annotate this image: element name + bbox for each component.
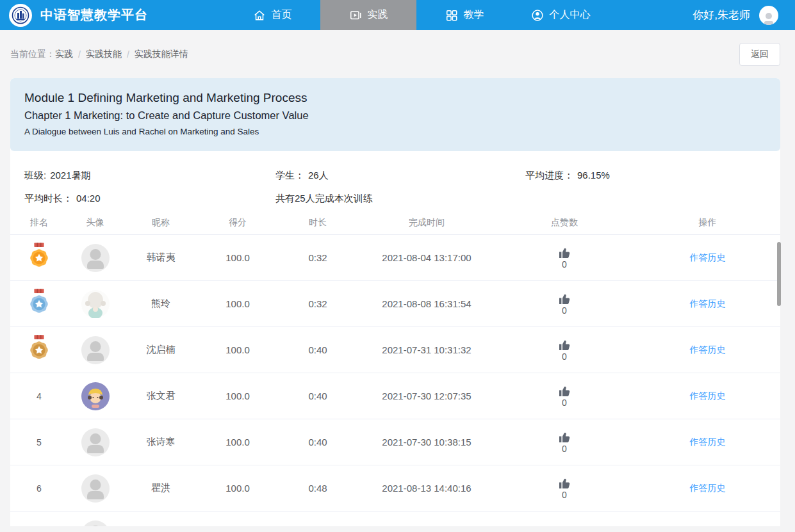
table-row-partial (10, 511, 780, 526)
score: 100.0 (199, 391, 276, 401)
score: 100.0 (199, 298, 276, 309)
stat-duration-label: 平均时长： (24, 193, 72, 204)
thumbs-up-icon[interactable] (558, 292, 571, 305)
nav-item-label: 个人中心 (550, 8, 591, 22)
answer-history-link[interactable]: 作答历史 (690, 483, 726, 494)
brand: 中语智慧教学平台 (0, 4, 224, 27)
like-cell: 0 (494, 476, 635, 500)
score: 100.0 (199, 344, 276, 355)
finish-time: 2021-07-30 10:38:15 (359, 437, 494, 447)
avatar (81, 244, 110, 272)
duration: 0:32 (276, 252, 359, 263)
chapter-title: Chapter 1 Marketing: to Create and Captu… (24, 107, 766, 124)
user-greeting: 你好,朱老师 (693, 8, 750, 22)
stat-progress-value: 96.15% (577, 170, 610, 181)
breadcrumb-item-practice[interactable]: 实践 (55, 49, 73, 60)
like-count: 0 (562, 259, 567, 270)
stat-students-label: 学生： (275, 170, 304, 181)
stat-duration: 平均时长：04:20 (24, 191, 275, 206)
back-button[interactable]: 返回 (739, 43, 780, 66)
nav-item-home[interactable]: 首页 (224, 0, 320, 30)
vertical-scrollbar[interactable] (777, 242, 781, 306)
user-avatar[interactable] (759, 6, 778, 25)
col-header-actions: 操作 (635, 217, 780, 229)
avatar (81, 290, 110, 318)
col-header-duration: 时长 (276, 217, 359, 229)
finish-time: 2021-07-31 10:31:32 (359, 344, 494, 355)
class-stats: 班级:2021暑期 学生：26人 平均进度：96.15% 平均时长：04:20 … (10, 151, 780, 206)
like-cell: 0 (494, 292, 635, 316)
university-seal-icon (12, 6, 29, 24)
stat-students: 学生：26人 (275, 168, 525, 183)
breadcrumb-item-skill[interactable]: 实践技能 (86, 49, 122, 60)
thumbs-up-icon[interactable] (558, 384, 571, 397)
avatar (81, 382, 110, 410)
col-header-avatar: 头像 (68, 217, 122, 229)
top-nav-bar: 中语智慧教学平台 首页 实践 教学 (0, 0, 795, 30)
like-cell: 0 (494, 246, 635, 270)
avatar (81, 336, 110, 364)
avatar (81, 520, 110, 527)
answer-history-link[interactable]: 作答历史 (690, 298, 726, 310)
nav-item-teaching[interactable]: 教学 (416, 0, 512, 30)
module-title: Module 1 Defining Marketing and Marketin… (24, 88, 766, 107)
col-header-nickname: 昵称 (122, 217, 199, 229)
university-logo (9, 4, 32, 27)
main-nav-menu: 首页 实践 教学 个人中心 (224, 0, 609, 30)
stat-class-value: 2021暑期 (50, 170, 90, 181)
col-header-rank: 排名 (10, 217, 68, 229)
duration: 0:40 (276, 391, 359, 401)
nav-item-practice[interactable]: 实践 (320, 0, 416, 30)
table-row: 4 张文君 100.0 0:40 2021-07-30 12:07:35 0 作… (10, 373, 780, 419)
answer-history-link[interactable]: 作答历史 (690, 437, 726, 448)
thumbs-up-icon[interactable] (558, 246, 571, 259)
teaching-grid-icon (445, 9, 458, 22)
duration: 0:32 (276, 298, 359, 309)
like-count: 0 (562, 351, 567, 362)
thumbs-up-icon[interactable] (558, 338, 571, 351)
duration: 0:48 (276, 483, 359, 494)
nickname: 张诗寒 (122, 436, 199, 448)
like-cell: 0 (494, 384, 635, 408)
course-header: Module 1 Defining Marketing and Marketin… (10, 78, 780, 151)
rank-cell (10, 289, 68, 319)
col-header-finish-time: 完成时间 (359, 217, 494, 229)
rank-cell: 5 (10, 437, 68, 447)
nickname: 瞿洪 (122, 482, 199, 494)
rank-cell (10, 243, 68, 273)
finish-time: 2021-08-08 16:31:54 (359, 298, 494, 309)
avatar (81, 428, 110, 456)
rank-cell (10, 335, 68, 366)
stat-completed: 共有25人完成本次训练 (275, 191, 525, 206)
nav-item-label: 教学 (464, 8, 484, 22)
stat-class-label: 班级: (24, 170, 46, 181)
nav-item-label: 首页 (272, 8, 292, 22)
score: 100.0 (199, 483, 276, 494)
like-count: 0 (562, 398, 567, 408)
app-title: 中语智慧教学平台 (40, 6, 148, 24)
rank-cell: 6 (10, 483, 68, 494)
answer-history-link[interactable]: 作答历史 (690, 252, 726, 264)
col-header-score: 得分 (199, 217, 276, 229)
table-row: 韩诺夷 100.0 0:32 2021-08-04 13:17:00 0 作答历… (10, 234, 780, 280)
activity-title: A Dialogue between Luis and Rachel on Ma… (24, 124, 766, 140)
nav-item-profile[interactable]: 个人中心 (512, 0, 609, 30)
finish-time: 2021-08-04 13:17:00 (359, 252, 494, 263)
stat-progress-label: 平均进度： (525, 170, 573, 181)
answer-history-link[interactable]: 作答历史 (690, 391, 726, 402)
thumbs-up-icon[interactable] (558, 476, 571, 489)
like-cell: 0 (494, 430, 635, 454)
breadcrumb-separator: / (78, 49, 81, 60)
nav-item-label: 实践 (368, 8, 388, 22)
like-count: 0 (562, 490, 567, 500)
table-row: 6 瞿洪 100.0 0:48 2021-08-13 14:40:16 0 作答… (10, 465, 780, 511)
answer-history-link[interactable]: 作答历史 (690, 344, 726, 356)
like-count: 0 (562, 444, 567, 454)
thumbs-up-icon[interactable] (558, 430, 571, 443)
bronze-medal-icon (27, 335, 51, 366)
like-count: 0 (562, 305, 567, 316)
finish-time: 2021-08-13 14:40:16 (359, 483, 494, 494)
home-icon (253, 9, 266, 22)
duration: 0:40 (276, 344, 359, 355)
nav-user-area: 你好,朱老师 (693, 6, 795, 25)
